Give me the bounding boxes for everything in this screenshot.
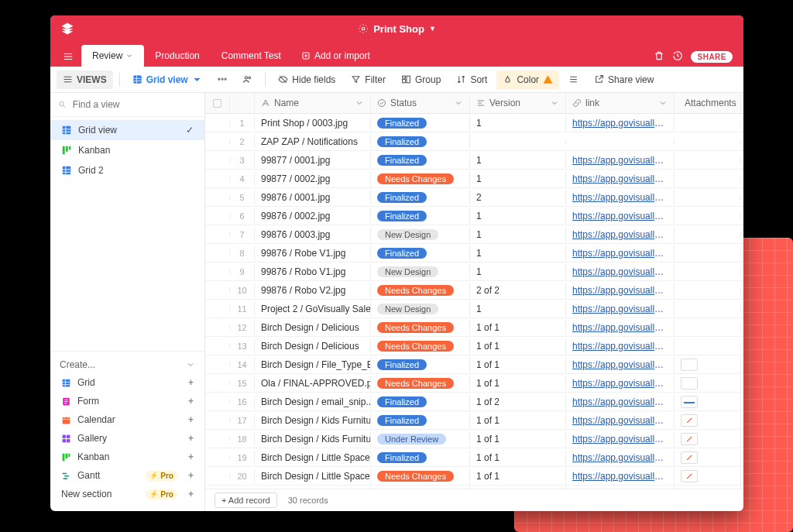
view-sidebar: Grid view✓KanbanGrid 2 Create... Grid+ F… — [50, 93, 205, 511]
svg-rect-20 — [67, 439, 70, 442]
record-count: 30 records — [288, 496, 328, 505]
create-kanban[interactable]: Kanban+ — [60, 448, 195, 466]
table-row[interactable]: 399877 / 0001.jpgFinalized1https://app.g… — [205, 151, 743, 170]
table-row[interactable]: 599876 / 0001.jpgFinalized2https://app.g… — [205, 188, 743, 207]
svg-rect-17 — [63, 434, 66, 438]
table-row[interactable]: 2ZAP ZAP / NotificationsFinalized — [205, 132, 743, 151]
tab-comment-test[interactable]: Comment Test — [211, 45, 292, 67]
svg-rect-19 — [63, 439, 66, 442]
table-row[interactable]: 699876 / 0002.jpgFinalized1https://app.g… — [205, 207, 743, 225]
table-row[interactable]: 999876 / Robo V1.jpgNew Design1https://a… — [205, 263, 743, 281]
tab-production[interactable]: Production — [144, 45, 210, 67]
view-toolbar: VIEWS Grid view ••• Hide fields Filter — [50, 67, 743, 93]
data-grid: Name Status Version — [205, 93, 743, 511]
search-view-input[interactable] — [71, 98, 197, 111]
table-row[interactable]: 13Birch Design / DeliciousNeeds Changes1… — [205, 337, 743, 355]
row-number-header — [230, 93, 255, 113]
filter-label: Filter — [365, 74, 386, 85]
create-gallery[interactable]: Gallery+ — [60, 429, 195, 448]
sidebar-view-grid-2[interactable]: Grid 2 — [50, 160, 204, 180]
svg-rect-23 — [68, 453, 70, 456]
table-row[interactable]: 17Birch Design / Kids Furnitur...Finaliz… — [205, 411, 743, 430]
sort-button[interactable]: Sort — [450, 70, 493, 89]
add-record-button[interactable]: + Add record — [215, 493, 277, 508]
history-icon[interactable] — [672, 50, 683, 63]
svg-rect-12 — [69, 146, 70, 150]
table-row[interactable]: 18Birch Design / Kids Furnitur...Under R… — [205, 430, 743, 448]
column-version[interactable]: Version — [470, 93, 566, 113]
create-new-section[interactable]: New sectionPro+ — [60, 485, 195, 503]
table-row[interactable]: 20Birch Design / Little Spaces...Needs C… — [205, 467, 743, 486]
svg-point-3 — [245, 77, 248, 79]
app-window: Print Shop ▼ Review ProductionComment Te… — [50, 15, 743, 511]
base-title[interactable]: Print Shop ▼ — [358, 23, 436, 35]
table-row[interactable]: 11Project 2 / GoVisually Sales...New Des… — [205, 300, 743, 318]
column-status[interactable]: Status — [371, 93, 470, 113]
sidebar-view-grid-view[interactable]: Grid view✓ — [50, 120, 204, 140]
share-view-button[interactable]: Share view — [588, 70, 660, 89]
svg-rect-21 — [63, 453, 65, 461]
views-button[interactable]: VIEWS — [57, 70, 113, 89]
table-row[interactable]: 899876 / Robe V1.jpgFinalized1https://ap… — [205, 244, 743, 263]
add-table-button[interactable]: Add or import — [294, 45, 378, 67]
svg-rect-10 — [63, 146, 65, 155]
create-gantt[interactable]: GanttPro+ — [60, 466, 195, 485]
people-button[interactable] — [236, 70, 259, 88]
svg-rect-5 — [403, 76, 406, 78]
table-row[interactable]: 19Birch Design / Little Spaces...Finaliz… — [205, 448, 743, 467]
svg-rect-18 — [67, 434, 70, 438]
select-all-header[interactable] — [205, 93, 230, 113]
color-button[interactable]: Color — [496, 70, 559, 89]
column-link[interactable]: link — [566, 93, 675, 113]
svg-point-0 — [362, 27, 365, 30]
table-row[interactable]: 1Print Shop / 0003.jpgFinalized1https://… — [205, 114, 743, 132]
svg-rect-24 — [63, 472, 67, 474]
svg-rect-26 — [64, 478, 67, 479]
search-view-row — [50, 93, 204, 117]
title-bar: Print Shop ▼ — [50, 15, 743, 42]
sidebar-view-kanban[interactable]: Kanban — [50, 140, 204, 160]
svg-rect-13 — [63, 166, 71, 175]
svg-rect-7 — [407, 76, 410, 83]
group-button[interactable]: Group — [395, 70, 447, 89]
current-view-label: Grid view — [146, 74, 188, 85]
column-name[interactable]: Name — [255, 93, 371, 113]
svg-point-4 — [249, 77, 251, 79]
svg-rect-25 — [64, 475, 68, 476]
create-section-header[interactable]: Create... — [60, 356, 195, 373]
table-row[interactable]: 499877 / 0002.jpgNeeds Changes1https://a… — [205, 170, 743, 188]
row-height-button[interactable] — [562, 70, 585, 88]
trash-icon[interactable] — [654, 50, 664, 63]
table-row[interactable]: 16Birch Design / email_snip...Finalized1… — [205, 393, 743, 411]
add-table-label: Add or import — [314, 50, 370, 61]
svg-rect-2 — [133, 76, 141, 84]
view-more-button[interactable]: ••• — [211, 70, 234, 89]
chevron-down-icon: ▼ — [429, 25, 436, 33]
grid-footer: + Add record 30 records — [205, 489, 743, 511]
create-form[interactable]: Form+ — [60, 392, 195, 410]
menu-button[interactable] — [57, 46, 80, 67]
share-button[interactable]: SHARE — [691, 51, 733, 63]
current-view-button[interactable]: Grid view — [126, 70, 208, 89]
views-label: VIEWS — [77, 74, 107, 85]
table-tabs: Review ProductionComment Test Add or imp… — [50, 42, 743, 67]
svg-rect-11 — [66, 146, 68, 152]
table-row[interactable]: 799876 / 0003.jpgNew Design1https://app.… — [205, 225, 743, 244]
sort-label: Sort — [470, 74, 487, 85]
table-row[interactable]: 14Birch Design / File_Type_ERRFinalized1… — [205, 355, 743, 374]
svg-rect-14 — [63, 379, 70, 386]
create-calendar[interactable]: Calendar+ — [60, 410, 195, 429]
base-title-text: Print Shop — [373, 23, 424, 35]
tab-review[interactable]: Review — [81, 45, 144, 67]
svg-rect-6 — [403, 80, 406, 83]
filter-button[interactable]: Filter — [345, 70, 392, 89]
table-row[interactable]: 12Birch Design / DeliciousNeeds Changes1… — [205, 318, 743, 337]
hide-fields-label: Hide fields — [292, 74, 335, 85]
column-attachments[interactable]: Attachments — [675, 93, 741, 113]
create-grid[interactable]: Grid+ — [60, 373, 195, 392]
svg-rect-16 — [63, 417, 70, 424]
svg-rect-9 — [63, 126, 71, 135]
table-row[interactable]: 15Ola / FINAL-APPROVED.pngNeeds Changes1… — [205, 374, 743, 393]
table-row[interactable]: 1099876 / Robo V2.jpgNeeds Changes2 of 2… — [205, 281, 743, 300]
hide-fields-button[interactable]: Hide fields — [272, 70, 342, 89]
